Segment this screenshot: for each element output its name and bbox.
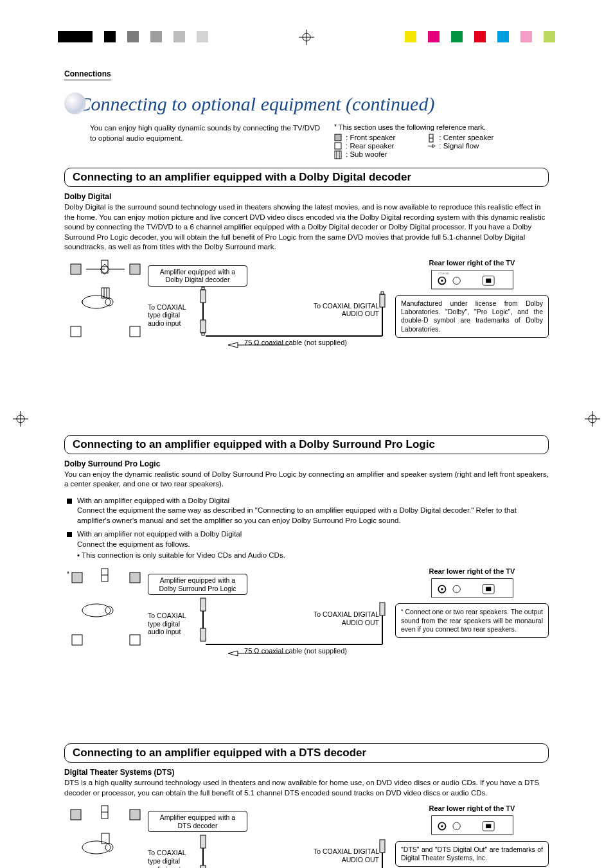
s3-coax-in: To COAXIAL type digital audio input: [148, 849, 193, 868]
svg-point-39: [452, 277, 459, 284]
section2-body: You can enjoy the dynamic realistic soun…: [64, 470, 549, 490]
s3-coax-out: To COAXIAL DIGITAL AUDIO OUT: [302, 847, 379, 864]
tv-jack-icon: [431, 578, 514, 599]
svg-rect-78: [380, 840, 385, 853]
svg-rect-35: [381, 292, 384, 294]
section2-subhead: Dolby Surround Pro Logic: [64, 459, 549, 468]
s1-coax-in: To COAXIAL type digital audio input: [148, 303, 193, 328]
svg-rect-16: [71, 264, 81, 274]
svg-rect-84: [486, 824, 491, 829]
svg-point-25: [82, 296, 111, 308]
section1-banner: Connecting to an amplifier equipped with…: [64, 168, 549, 187]
svg-rect-63: [486, 587, 491, 592]
svg-point-81: [441, 825, 443, 827]
svg-text:COAXIAL: COAXIAL: [438, 272, 450, 275]
section1-subhead: Dolby Digital: [64, 192, 549, 201]
s3-rear-label: Rear lower right of the TV: [395, 804, 549, 812]
s3-ampbox: Amplifier equipped with a DTS decoder: [148, 811, 247, 832]
s2-bullet1: With an amplifier equipped with a Dolby …: [67, 496, 549, 526]
tv-jack-icon: [431, 815, 514, 836]
svg-rect-11: [335, 151, 341, 159]
subwoofer-icon: [334, 150, 342, 158]
section3-body: DTS is a high quality surround technolog…: [64, 778, 549, 798]
s2-cable: 75 Ω coaxial cable (not supplied): [231, 647, 360, 655]
svg-rect-79: [431, 816, 513, 835]
svg-rect-34: [380, 294, 385, 307]
svg-rect-44: [72, 572, 82, 583]
section-header: Connections: [64, 69, 111, 80]
section3-banner: Connecting to an amplifier equipped with…: [64, 743, 549, 763]
signal-flow-icon: [427, 142, 435, 150]
svg-text:*: *: [67, 571, 69, 578]
s1-coax-out: To COAXIAL DIGITAL AUDIO OUT: [302, 302, 379, 318]
svg-rect-65: [130, 810, 140, 820]
svg-rect-57: [380, 603, 385, 616]
s2-bullet2: With an amplifier not equipped with a Do…: [67, 529, 549, 561]
section2-banner: Connecting to an amplifier equipped with…: [64, 435, 549, 454]
svg-rect-49: [130, 635, 140, 645]
s3-note: "DTS" and "DTS Digital Out" are trademar…: [395, 841, 549, 867]
svg-point-38: [441, 279, 443, 281]
svg-rect-17: [130, 264, 140, 274]
svg-rect-22: [102, 288, 109, 298]
svg-rect-27: [200, 290, 206, 303]
page-title: Connecting to optional equipment (contin…: [64, 93, 549, 117]
page-title-text: Connecting to optional equipment (contin…: [78, 93, 435, 114]
svg-point-50: [82, 604, 111, 617]
tv-jack-icon: COAXIAL: [431, 269, 514, 290]
s2-coax-in: To COAXIAL type digital audio input: [148, 612, 193, 636]
center-speaker-icon: [427, 134, 435, 141]
section1-body: Dolby Digital is the surround sound tech…: [64, 202, 549, 252]
s2-coax-out: To COAXIAL DIGITAL AUDIO OUT: [302, 610, 379, 626]
square-bullet-icon: [67, 499, 72, 504]
intro-left-text: You can enjoy high quality dynamic sound…: [90, 123, 321, 159]
s2-note: * Connect one or two rear speakers. The …: [395, 603, 549, 637]
s2-rear-label: Rear lower right of the TV: [395, 567, 549, 575]
svg-rect-30: [202, 333, 204, 335]
rear-speaker-icon: [334, 142, 342, 150]
svg-rect-64: [71, 810, 81, 820]
title-orb-icon: [64, 93, 86, 114]
svg-point-61: [452, 585, 459, 592]
s2-ampbox: Amplifier equipped with a Dolby Surround…: [148, 574, 247, 595]
svg-rect-73: [200, 835, 206, 848]
svg-rect-53: [200, 628, 206, 641]
svg-point-60: [441, 588, 443, 590]
s1-cable: 75 Ω coaxial cable (not supplied): [231, 339, 360, 346]
svg-rect-20: [71, 326, 81, 337]
section3-diagram: Amplifier equipped with a DTS decoder To…: [64, 804, 386, 868]
svg-rect-52: [200, 598, 206, 611]
svg-rect-48: [72, 635, 82, 645]
svg-rect-41: [486, 278, 491, 283]
s1-note: Manufactured under license from Dolby La…: [395, 295, 549, 338]
svg-rect-70: [102, 833, 109, 844]
svg-rect-9: [335, 134, 341, 141]
legend: : Front speaker : Rear speaker : Sub woo…: [334, 134, 549, 159]
front-speaker-icon: [334, 134, 342, 141]
s1-rear-label: Rear lower right of the TV: [395, 259, 549, 267]
svg-rect-45: [130, 572, 140, 583]
s1-ampbox: Amplifier equipped with a Dolby Digital …: [148, 265, 247, 287]
section2-diagram: * Amplifier equipped with a Dolby Surrou…: [64, 567, 386, 733]
svg-rect-29: [200, 320, 206, 333]
intro-right-text: * This section uses the following refere…: [334, 123, 549, 131]
svg-rect-21: [130, 326, 140, 337]
svg-rect-58: [431, 579, 513, 598]
svg-rect-74: [200, 865, 206, 868]
svg-point-71: [82, 841, 111, 854]
svg-point-82: [452, 822, 459, 829]
svg-rect-28: [202, 287, 204, 290]
square-bullet-icon: [67, 532, 72, 537]
svg-rect-10: [335, 143, 341, 149]
section1-diagram: Amplifier equipped with a Dolby Digital …: [64, 259, 386, 425]
section3-subhead: Digital Theater Systems (DTS): [64, 768, 549, 777]
